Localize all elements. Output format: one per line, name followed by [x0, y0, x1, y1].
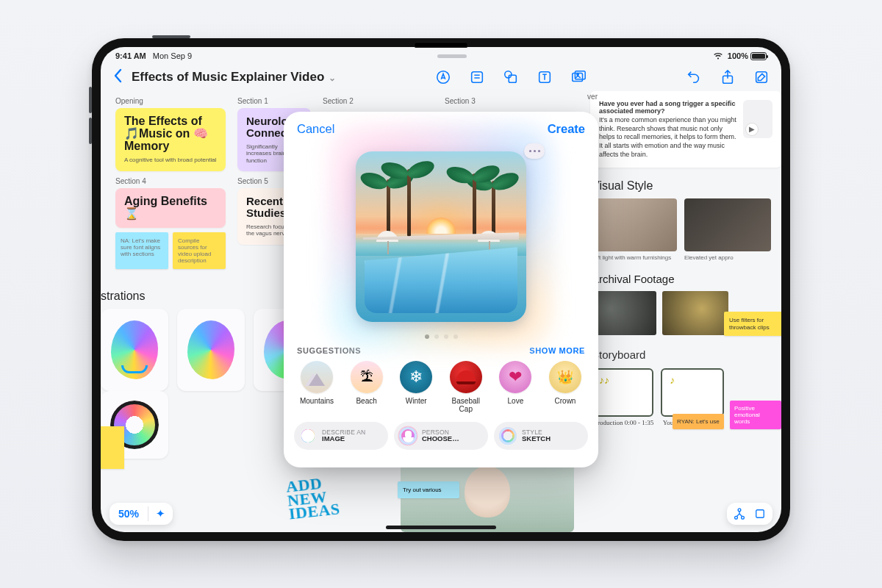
section-label: Opening: [115, 97, 226, 105]
section-label: Section 1: [237, 97, 311, 105]
app-titlebar: Effects of Music Explainer Video⌄: [101, 63, 781, 91]
person-icon: [399, 427, 417, 445]
show-more-button[interactable]: SHOW MORE: [529, 346, 585, 355]
visual-style-heading: Visual Style: [592, 179, 780, 193]
suggestion-chips: Mountains Beach Winter Baseball Cap Love…: [284, 361, 598, 413]
style-thumb-1[interactable]: [590, 198, 677, 251]
ipad-frame: 9:41 AM Mon Sep 9 100% Ef: [92, 38, 790, 541]
compose-icon[interactable]: [753, 69, 770, 85]
chip-love[interactable]: Love: [494, 361, 537, 413]
media-tool-icon[interactable]: [570, 69, 587, 85]
battery-indicator: 100%: [728, 51, 767, 60]
chip-crown[interactable]: Crown: [544, 361, 587, 413]
style-thumb-2[interactable]: [684, 198, 771, 251]
illustration-tile-2[interactable]: [177, 309, 245, 391]
more-options-button[interactable]: [524, 143, 545, 159]
home-indicator[interactable]: [386, 526, 496, 529]
view-controls[interactable]: [727, 503, 772, 525]
status-left: 9:41 AM Mon Sep 9: [115, 51, 192, 60]
sticky-cyan[interactable]: NA: Let's make sure font aligns with sec…: [115, 232, 168, 270]
sparkle-icon: [299, 427, 317, 445]
sticky-yellow[interactable]: Compile sources for video upload descrip…: [173, 232, 226, 270]
archival-sticky[interactable]: Use filters for throwback clips: [724, 312, 781, 335]
svg-rect-13: [756, 510, 764, 518]
undo-icon[interactable]: [686, 69, 702, 85]
archival-thumb-1[interactable]: [590, 291, 656, 335]
illustration-tile-1[interactable]: [101, 309, 168, 391]
wifi-icon: [713, 52, 723, 60]
share-icon[interactable]: [720, 69, 736, 85]
style-button[interactable]: STYLE SKETCH: [494, 422, 588, 450]
status-time: 9:41 AM: [115, 51, 146, 60]
storyboard-frame-1[interactable]: ♪♪: [590, 368, 653, 417]
suggestions-label: SUGGESTIONS: [297, 346, 361, 355]
square-icon[interactable]: [753, 507, 767, 520]
cancel-button[interactable]: Cancel: [297, 122, 334, 136]
svg-point-3: [505, 71, 512, 78]
card-s4[interactable]: Aging Benefits ⌛: [115, 188, 226, 228]
generated-image: [356, 151, 526, 322]
pen-tool-icon[interactable]: [435, 69, 451, 85]
chip-mountains[interactable]: Mountains: [295, 361, 338, 413]
svg-rect-2: [509, 75, 516, 82]
chip-beach[interactable]: Beach: [345, 361, 388, 413]
sticky-cyan-bottom[interactable]: Try out various: [398, 481, 459, 498]
create-button[interactable]: Create: [548, 122, 585, 136]
card-opening[interactable]: The Effects of 🎵Music on 🧠Memory A cogni…: [115, 108, 226, 171]
section-label: Section 3: [445, 97, 555, 105]
storyboard-frame-2[interactable]: ♪: [661, 368, 724, 417]
status-right: 100%: [713, 51, 767, 60]
section-label: Section 4: [115, 177, 226, 185]
audio-play-chip[interactable]: [743, 100, 772, 138]
handwriting-note[interactable]: ADD NEW IDEAS: [285, 475, 340, 521]
chip-baseball-cap[interactable]: Baseball Cap: [445, 361, 487, 413]
battery-percent: 100%: [728, 51, 748, 60]
sticky-orange[interactable]: RYAN: Let's use: [673, 414, 724, 429]
zoom-control[interactable]: 50% ✦: [110, 503, 173, 525]
document-title[interactable]: Effects of Music Explainer Video⌄: [132, 70, 336, 85]
note-tool-icon[interactable]: [469, 69, 485, 85]
section-label: Section 2: [323, 97, 433, 105]
hierarchy-icon[interactable]: [733, 507, 746, 520]
zoom-percent[interactable]: 50%: [112, 506, 145, 522]
image-playground-modal: Cancel Create SUGGESTIONS SHOW MORE: [284, 112, 598, 467]
choose-person-button[interactable]: PERSON CHOOSE…: [394, 422, 488, 450]
svg-point-10: [738, 509, 741, 512]
right-pane: ver Have you ever had a song trigger a s…: [590, 91, 781, 426]
svg-point-7: [577, 74, 578, 75]
text-tool-icon[interactable]: [537, 69, 553, 85]
status-bar: 9:41 AM Mon Sep 9 100%: [101, 47, 781, 63]
shapes-tool-icon[interactable]: [503, 69, 519, 85]
storyboard-heading: Storyboard: [592, 348, 780, 361]
screen: 9:41 AM Mon Sep 9 100% Ef: [101, 47, 781, 532]
sticky-magenta[interactable]: Positive emotional words: [730, 401, 781, 430]
hero-preview[interactable]: [351, 146, 531, 327]
svg-rect-1: [472, 72, 483, 83]
toolbar-right: [686, 69, 770, 85]
voiceover-card[interactable]: Have you ever had a song trigger a speci…: [590, 91, 781, 168]
sticky-blank-yellow[interactable]: [101, 426, 124, 469]
multitask-pill[interactable]: [437, 54, 467, 58]
style-ring-icon: [499, 427, 517, 445]
zoom-fit-icon[interactable]: ✦: [151, 507, 170, 520]
archival-thumb-2[interactable]: [662, 291, 728, 335]
back-button[interactable]: [112, 68, 124, 87]
chevron-down-icon: ⌄: [329, 73, 336, 83]
voiceover-label: ver: [587, 93, 598, 101]
toolbar-center: [435, 69, 587, 85]
status-date: Mon Sep 9: [153, 51, 192, 60]
archival-heading: Archival Footage: [592, 273, 780, 285]
chip-winter[interactable]: Winter: [395, 361, 437, 413]
describe-image-button[interactable]: DESCRIBE AN IMAGE: [294, 422, 388, 450]
